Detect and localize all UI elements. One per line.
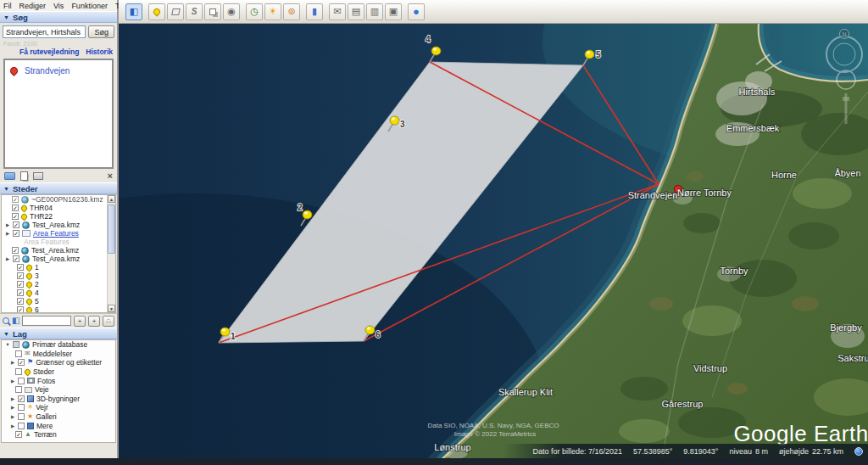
layers-item[interactable]: ▲ Terræn [2, 430, 115, 440]
layers-item[interactable]: ▶ ★ Galleri [2, 412, 115, 422]
save-image-icon[interactable]: ▥ [366, 3, 383, 20]
record-tour-icon[interactable]: ◉ [223, 3, 240, 20]
places-item[interactable]: ▶ Test_Area.kmz [2, 255, 115, 263]
places-scrollbar[interactable]: ▲ ▼ [107, 195, 115, 312]
checkbox-partial[interactable] [13, 341, 19, 348]
get-directions-link[interactable]: Få rutevejledning [19, 48, 79, 56]
places-item[interactable]: Test_Area.kmz [2, 246, 115, 255]
checkbox[interactable] [15, 386, 22, 393]
menu-funktioner[interactable]: Funktioner [71, 2, 108, 10]
close-icon[interactable]: × [108, 171, 113, 181]
ruler-icon[interactable]: ▮ [306, 3, 323, 20]
planets-icon[interactable]: ⊚ [283, 3, 300, 20]
expand-arrow-icon[interactable]: ▶ [5, 222, 10, 227]
prev-result-button[interactable]: + [74, 316, 86, 327]
add-polygon-icon[interactable] [167, 3, 184, 20]
checkbox[interactable] [15, 350, 22, 357]
expand-arrow-icon[interactable]: ▶ [10, 423, 15, 429]
search-result-item[interactable]: Strandvejen [10, 66, 107, 76]
expand-arrow-icon[interactable]: ▶ [10, 378, 15, 384]
places-item[interactable]: 3 [2, 272, 115, 280]
menu-fil[interactable]: Fil [3, 2, 12, 10]
places-item[interactable]: 4 [2, 289, 115, 297]
scroll-down-icon[interactable]: ▼ [108, 305, 115, 312]
checkbox[interactable] [13, 221, 19, 228]
expand-arrow-icon[interactable]: ▼ [5, 342, 10, 347]
expand-arrow-icon[interactable]: ▶ [10, 396, 15, 401]
print-icon[interactable]: ▤ [348, 3, 364, 20]
expand-arrow-icon[interactable]: ▶ [5, 256, 10, 261]
checkbox[interactable] [12, 196, 19, 203]
layers-item[interactable]: ▶ Mere [2, 421, 115, 430]
sunlight-icon[interactable]: ☀ [264, 3, 281, 20]
checkbox[interactable] [12, 204, 19, 211]
places-item[interactable]: 2 [2, 280, 115, 289]
layers-item[interactable]: ▶ Fotos [2, 376, 115, 385]
expand-arrow-icon[interactable]: ▶ [10, 360, 15, 365]
email-icon[interactable]: ✉ [329, 3, 346, 20]
checkbox[interactable] [18, 413, 25, 420]
checkbox[interactable] [18, 378, 25, 384]
layers-panel-header[interactable]: ▼ Lag [0, 328, 117, 339]
checkbox[interactable] [13, 255, 19, 262]
checkbox[interactable] [17, 306, 24, 313]
print-icon[interactable] [33, 172, 43, 180]
checkbox[interactable] [18, 404, 25, 411]
expand-arrow-icon[interactable]: ▶ [5, 231, 10, 236]
expand-arrow-icon[interactable]: ▶ [10, 405, 15, 410]
search-button[interactable]: Søg [88, 25, 114, 38]
panel-toggle-icon[interactable]: ◧ [12, 317, 19, 325]
add-image-overlay-icon[interactable] [204, 3, 221, 20]
result-label[interactable]: Strandvejen [25, 66, 70, 76]
places-item[interactable]: THR04 [2, 204, 115, 212]
layers-item[interactable]: ▶ 3D-bygninger [2, 395, 115, 404]
checkbox[interactable] [17, 264, 24, 271]
scroll-up-icon[interactable]: ▲ [108, 195, 115, 203]
copy-icon[interactable] [20, 171, 28, 181]
zoom-knob[interactable] [843, 97, 849, 101]
places-item[interactable]: 5 [2, 297, 115, 305]
places-item[interactable]: ▶ Test_Area.kmz [2, 221, 115, 229]
places-item[interactable]: 6 [2, 305, 115, 313]
checkbox[interactable] [15, 431, 22, 438]
checkbox[interactable] [17, 298, 24, 305]
sidebar-toggle-icon[interactable]: ◧ [125, 3, 142, 20]
places-panel-header[interactable]: ▼ Steder [0, 182, 117, 194]
checkbox[interactable] [18, 395, 25, 402]
checkbox[interactable] [13, 230, 19, 237]
checkbox[interactable] [18, 359, 25, 366]
layers-item[interactable]: ▼ Primær database [2, 340, 115, 350]
add-path-icon[interactable]: S [186, 3, 203, 20]
menu-vis[interactable]: Vis [53, 2, 64, 10]
search-input[interactable] [3, 25, 86, 38]
history-link[interactable]: Historik [86, 48, 113, 56]
checkbox[interactable] [18, 423, 25, 429]
checkbox[interactable] [15, 368, 22, 375]
historical-imagery-icon[interactable]: ◷ [246, 3, 263, 20]
search-places-icon[interactable] [3, 317, 9, 324]
map-viewport[interactable]: 1 2 3 4 5 6 [119, 24, 868, 465]
places-filter-input[interactable] [22, 316, 71, 326]
checkbox[interactable] [12, 213, 19, 220]
next-result-button[interactable]: + [88, 316, 100, 327]
expand-arrow-icon[interactable]: ▶ [10, 414, 15, 419]
checkbox[interactable] [17, 272, 24, 279]
menu-rediger[interactable]: Rediger [19, 2, 47, 10]
places-item-selected[interactable]: ▶ Area Features [2, 229, 115, 238]
layers-item[interactable]: ▶ ☀ Vejr [2, 403, 115, 412]
places-item[interactable]: ~GE000PN16236.kmz [2, 195, 115, 204]
layers-item[interactable]: Veje [2, 385, 115, 395]
share-places-icon[interactable]: ∴ [103, 316, 114, 327]
layers-item[interactable]: ✉ Meddelelser [2, 350, 115, 359]
layers-item[interactable]: Steder [2, 367, 115, 377]
share-icon[interactable]: ▣ [385, 3, 402, 20]
places-item[interactable]: 1 [2, 263, 115, 272]
checkbox[interactable] [17, 289, 24, 296]
map-canvas[interactable]: 1 2 3 4 5 6 [119, 24, 868, 465]
view-in-maps-icon[interactable]: ● [408, 3, 425, 20]
layers-item[interactable]: ▶ ⚑ Grænser og etiketter [2, 358, 115, 367]
checkbox[interactable] [17, 281, 24, 288]
places-item[interactable]: THR22 [2, 212, 115, 221]
search-results-card[interactable]: Strandvejen [3, 59, 114, 169]
checkbox[interactable] [12, 247, 19, 254]
